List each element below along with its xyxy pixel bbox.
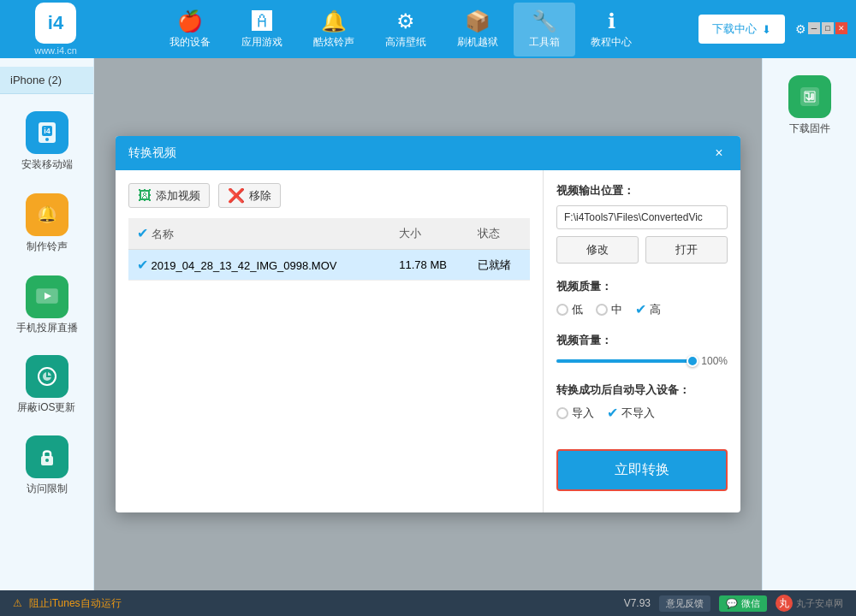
col-name-header: ✔ 名称	[128, 218, 390, 250]
nav-item-jailbreak[interactable]: 📦 刷机越狱	[442, 3, 514, 56]
modal-close-button[interactable]: ×	[710, 145, 728, 162]
feedback-button[interactable]: 意见反馈	[659, 595, 710, 612]
sidebar-item-ringtone[interactable]: 🔔 制作铃声	[9, 185, 86, 263]
quality-low-radio	[556, 304, 568, 316]
quality-high-label: 高	[650, 302, 661, 317]
install-app-icon: i4	[26, 111, 68, 154]
ios-update-icon	[26, 355, 68, 398]
nav-item-toolbox[interactable]: 🔧 工具箱	[514, 3, 575, 56]
status-right: V7.93 意见反馈 💬 微信 丸 丸子安卓网	[624, 595, 843, 612]
sidebar-item-install-app[interactable]: i4 安装移动端	[9, 103, 86, 181]
box-icon: 📦	[465, 9, 490, 33]
svg-text:🔔: 🔔	[38, 204, 57, 223]
import-option[interactable]: 导入	[556, 406, 594, 421]
nav-item-tutorials[interactable]: ℹ 教程中心	[575, 3, 647, 56]
quality-low-option[interactable]: 低	[556, 302, 583, 317]
sidebar-item-ios-update[interactable]: 屏蔽iOS更新	[9, 346, 86, 422]
logo-icon: i4	[35, 3, 76, 44]
topbar-right: 下载中心 ⬇ ⚙ ─ □ ✕	[698, 15, 847, 44]
open-button[interactable]: 打开	[645, 236, 728, 264]
version-badge: V7.93	[624, 597, 651, 609]
maximize-button[interactable]: □	[822, 22, 834, 34]
content-area: 转换视频 × 🖼 添加视频 ❌	[94, 58, 762, 590]
auto-import-group: 转换成功后自动导入设备： 导入 ✔ 不导入	[556, 382, 728, 421]
right-item-download-firmware[interactable]: 下载固件	[771, 67, 848, 145]
video-volume-group: 视频音量： 100%	[556, 333, 728, 367]
volume-slider-thumb	[687, 355, 698, 367]
download-center-button[interactable]: 下载中心 ⬇	[698, 15, 785, 44]
quality-mid-option[interactable]: 中	[596, 302, 622, 317]
nav-label-wallpaper: 高清壁纸	[385, 35, 426, 50]
video-quality-group: 视频质量： 低 中	[556, 279, 728, 317]
right-panel: 下载固件	[762, 58, 856, 590]
itunes-warning[interactable]: 阻止iTunes自动运行	[29, 596, 122, 611]
install-app-label: 安装移动端	[21, 157, 73, 172]
header-check-icon: ✔	[137, 226, 148, 240]
info-icon: ℹ	[608, 9, 615, 33]
quality-high-check: ✔	[635, 301, 646, 317]
bell-icon: 🔔	[321, 9, 347, 33]
video-quality-label: 视频质量：	[556, 279, 728, 294]
wrench-icon: 🔧	[532, 9, 557, 33]
output-path-group: 视频输出位置： F:\i4Tools7\Files\ConvertedVic 修…	[556, 183, 728, 264]
nav-item-ringtones[interactable]: 🔔 酷炫铃声	[298, 3, 370, 56]
row-status: 已就绪	[469, 250, 530, 281]
remove-button[interactable]: ❌ 移除	[218, 183, 281, 208]
nav-label-jailbreak: 刷机越狱	[457, 35, 498, 50]
modal-toolbar: 🖼 添加视频 ❌ 移除	[128, 183, 530, 208]
download-firmware-icon	[788, 75, 831, 118]
remove-label: 移除	[249, 188, 271, 204]
nav-item-my-device[interactable]: 🍎 我的设备	[154, 3, 226, 56]
access-control-label: 访问限制	[27, 482, 68, 496]
sidebar-items: i4 安装移动端 🔔 制作铃声	[0, 94, 93, 513]
col-status-header: 状态	[469, 218, 530, 250]
modal-left-panel: 🖼 添加视频 ❌ 移除	[116, 170, 544, 512]
window-controls: ⚙ ─ □ ✕	[795, 22, 847, 36]
no-import-label: 不导入	[621, 406, 655, 421]
no-import-option[interactable]: ✔ 不导入	[607, 405, 655, 421]
modify-button[interactable]: 修改	[556, 236, 639, 264]
minimize-button[interactable]: ─	[808, 22, 820, 34]
convert-button[interactable]: 立即转换	[556, 449, 728, 491]
import-radio	[556, 407, 568, 419]
file-table: ✔ 名称 大小 状态 ✔	[128, 218, 530, 281]
device-tab[interactable]: iPhone (2)	[0, 67, 93, 94]
quality-high-option[interactable]: ✔ 高	[635, 301, 661, 317]
topbar: i4 www.i4.cn 🍎 我的设备 🅰 应用游戏 🔔 酷炫铃声 ⚙ 高清壁纸…	[0, 0, 856, 58]
no-import-check: ✔	[607, 405, 618, 421]
sidebar-item-access-control[interactable]: 访问限制	[9, 427, 86, 505]
modal-right-panel: 视频输出位置： F:\i4Tools7\Files\ConvertedVic 修…	[544, 170, 740, 512]
status-left: ⚠ 阻止iTunes自动运行	[13, 596, 611, 611]
logo-url: www.i4.cn	[34, 45, 77, 56]
volume-value: 100%	[701, 355, 728, 367]
nav-item-wallpaper[interactable]: ⚙ 高清壁纸	[370, 3, 442, 56]
nav-label-app-games: 应用游戏	[241, 35, 282, 50]
auto-import-label: 转换成功后自动导入设备：	[556, 382, 728, 398]
convert-video-modal: 转换视频 × 🖼 添加视频 ❌	[116, 136, 740, 512]
modal-body: 🖼 添加视频 ❌ 移除	[116, 170, 740, 512]
volume-slider-fill	[556, 359, 693, 363]
sidebar-item-screen-cast[interactable]: 手机投屏直播	[9, 267, 86, 342]
screen-cast-icon	[26, 275, 68, 318]
warning-icon: ⚠	[13, 597, 22, 609]
add-video-button[interactable]: 🖼 添加视频	[128, 183, 210, 208]
wallpaper-icon: ⚙	[396, 9, 415, 33]
main-area: iPhone (2) i4 安装移动端 🔔	[0, 58, 856, 590]
nav-label-toolbox: 工具箱	[529, 35, 560, 50]
nav-item-app-games[interactable]: 🅰 应用游戏	[226, 3, 298, 56]
quality-mid-label: 中	[611, 302, 622, 317]
nav-items: 🍎 我的设备 🅰 应用游戏 🔔 酷炫铃声 ⚙ 高清壁纸 📦 刷机越狱 🔧 工具箱…	[111, 3, 690, 56]
video-volume-label: 视频音量：	[556, 333, 728, 348]
quality-mid-radio	[596, 304, 608, 316]
volume-slider-track[interactable]	[556, 359, 693, 363]
add-video-label: 添加视频	[156, 188, 200, 204]
row-check-icon: ✔	[137, 258, 148, 272]
watermark-text: 丸子安卓网	[796, 597, 843, 610]
svg-point-11	[45, 459, 49, 462]
close-button[interactable]: ✕	[835, 22, 847, 34]
table-row[interactable]: ✔ 2019_04_28_13_42_IMG_0998.MOV 11.78 MB…	[128, 250, 530, 281]
col-size-header: 大小	[390, 218, 468, 250]
weixin-button[interactable]: 💬 微信	[719, 595, 767, 612]
svg-point-1	[45, 138, 49, 141]
ringtone-label: 制作铃声	[27, 240, 68, 254]
